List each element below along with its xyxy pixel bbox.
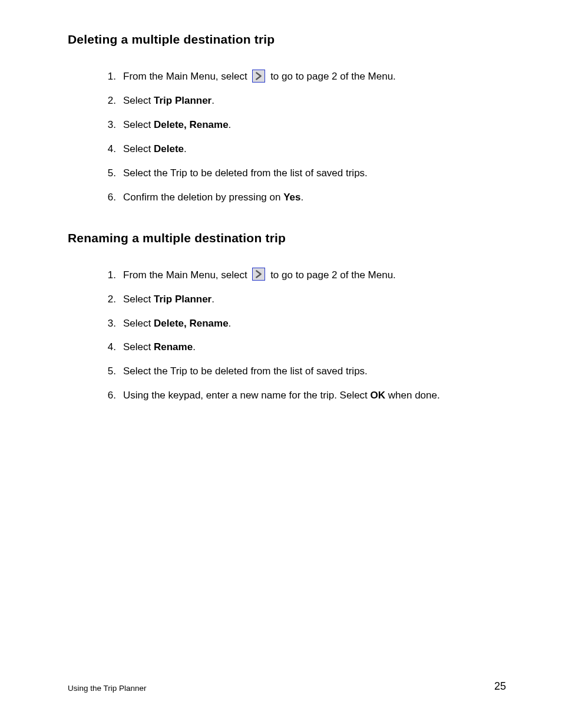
step-number: 4. [103, 143, 116, 156]
step-item: 1.From the Main Menu, select to go to pa… [103, 269, 506, 282]
step-item: 3.Select Delete, Rename. [103, 317, 506, 331]
step-number: 4. [103, 341, 116, 354]
step-list: 1.From the Main Menu, select to go to pa… [68, 70, 506, 205]
step-bold-text: OK [371, 390, 386, 401]
section: Renaming a multiple destination trip1.Fr… [68, 231, 506, 403]
step-bold-text: Yes [283, 192, 300, 203]
step-item: 6.Confirm the deletion by pressing on Ye… [103, 191, 506, 205]
step-text: From the Main Menu, select [123, 269, 250, 281]
step-item: 2.Select Trip Planner. [103, 94, 506, 108]
section-heading: Deleting a multiple destination trip [68, 32, 506, 47]
step-number: 1. [103, 70, 116, 84]
step-text: . [229, 119, 232, 130]
step-text: . [211, 95, 214, 106]
step-text: when done. [385, 390, 440, 401]
step-text: Select [123, 294, 154, 305]
step-text: Select [123, 119, 154, 130]
section-heading: Renaming a multiple destination trip [68, 231, 506, 245]
step-text: Select [123, 143, 154, 154]
step-item: 3.Select Delete, Rename. [103, 118, 506, 132]
step-item: 2.Select Trip Planner. [103, 293, 506, 307]
step-list: 1.From the Main Menu, select to go to pa… [68, 269, 506, 403]
page-footer: Using the Trip Planner 25 [68, 680, 506, 693]
step-text: to go to page 2 of the Menu. [267, 71, 395, 82]
step-text: Select [123, 341, 154, 353]
step-number: 3. [103, 118, 116, 132]
step-item: 4.Select Delete. [103, 143, 506, 156]
step-text: Select [123, 95, 154, 106]
step-number: 2. [103, 94, 116, 108]
footer-page-number: 25 [494, 680, 506, 693]
step-bold-text: Trip Planner [154, 95, 211, 106]
step-bold-text: Delete, Rename [154, 119, 229, 130]
footer-section-title: Using the Trip Planner [68, 684, 147, 693]
step-text: . [229, 318, 232, 329]
step-number: 5. [103, 167, 116, 180]
step-bold-text: Delete, Rename [154, 318, 229, 329]
step-text: . [300, 192, 303, 203]
step-number: 2. [103, 293, 116, 307]
step-text: Using the keypad, enter a new name for t… [123, 390, 371, 401]
step-text: . [184, 143, 187, 154]
step-number: 1. [103, 269, 116, 282]
step-item: 5.Select the Trip to be deleted from the… [103, 365, 506, 378]
step-bold-text: Rename [154, 341, 193, 353]
section: Deleting a multiple destination trip1.Fr… [68, 32, 506, 205]
step-text: Confirm the deletion by pressing on [123, 192, 283, 203]
step-bold-text: Trip Planner [154, 294, 211, 305]
step-text: From the Main Menu, select [123, 71, 250, 82]
next-page-icon [252, 268, 265, 281]
step-text: Select [123, 318, 154, 329]
step-text: to go to page 2 of the Menu. [267, 269, 395, 281]
step-number: 6. [103, 389, 116, 403]
step-text: . [211, 294, 214, 305]
step-number: 3. [103, 317, 116, 331]
step-bold-text: Delete [154, 143, 184, 154]
step-item: 6.Using the keypad, enter a new name for… [103, 389, 506, 403]
next-page-icon [252, 70, 265, 83]
step-item: 1.From the Main Menu, select to go to pa… [103, 70, 506, 84]
step-text: . [193, 341, 196, 353]
step-item: 5.Select the Trip to be deleted from the… [103, 167, 506, 180]
step-text: Select the Trip to be deleted from the l… [123, 365, 368, 377]
step-number: 6. [103, 191, 116, 205]
step-item: 4.Select Rename. [103, 341, 506, 354]
step-number: 5. [103, 365, 116, 378]
step-text: Select the Trip to be deleted from the l… [123, 167, 368, 179]
